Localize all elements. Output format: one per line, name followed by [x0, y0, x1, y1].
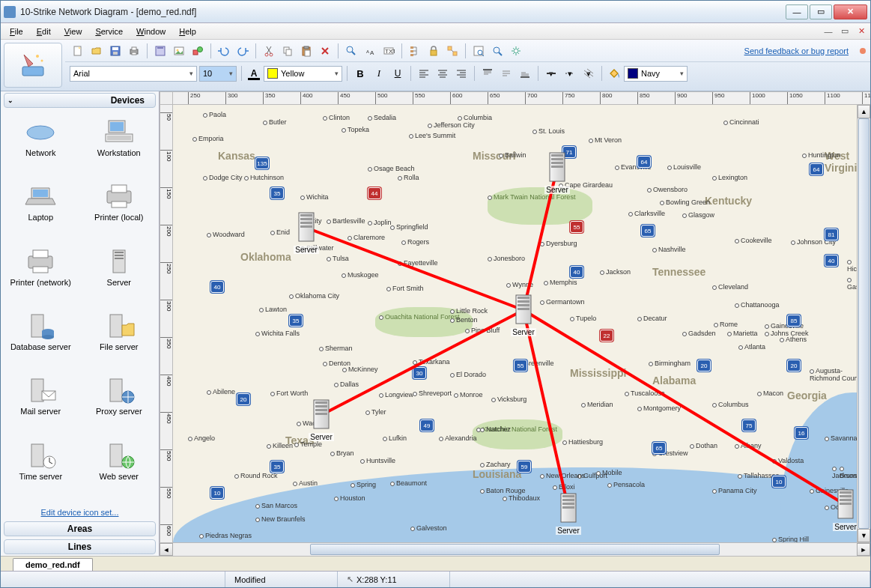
- document-tab[interactable]: demo_red.ndf: [13, 558, 93, 571]
- cut-button[interactable]: [261, 43, 277, 59]
- menu-window[interactable]: Window: [130, 25, 172, 38]
- server-node-4[interactable]: Server: [555, 491, 582, 535]
- line-color-combo[interactable]: Navy: [624, 66, 688, 82]
- open-button[interactable]: [88, 43, 105, 59]
- save-button[interactable]: [107, 43, 124, 59]
- svg-rect-51: [115, 255, 124, 256]
- server-node-0[interactable]: Server: [544, 150, 571, 194]
- line-dash-button[interactable]: ▾: [562, 65, 578, 82]
- valign-top-button[interactable]: [479, 65, 496, 82]
- lock-button[interactable]: [425, 43, 442, 59]
- bold-button[interactable]: B: [352, 65, 368, 82]
- fill-color-combo[interactable]: Yellow: [264, 66, 342, 82]
- device-file-server[interactable]: File server: [81, 308, 158, 371]
- preview-button[interactable]: [470, 43, 487, 59]
- font-combo[interactable]: Arial: [70, 66, 197, 82]
- paste-button[interactable]: [298, 43, 315, 59]
- italic-button[interactable]: I: [371, 65, 387, 82]
- zoom-button[interactable]: [489, 43, 506, 59]
- wizard-button[interactable]: [4, 43, 62, 88]
- device-printer-local-[interactable]: Printer (local): [81, 178, 158, 241]
- svg-rect-20: [304, 46, 309, 49]
- scroll-up-arrow[interactable]: ▲: [858, 105, 870, 118]
- mdi-minimize-button[interactable]: [822, 26, 834, 37]
- device-proxy-server[interactable]: Proxy server: [81, 372, 158, 435]
- bucket-color-button[interactable]: [607, 66, 622, 81]
- vertical-scrollbar[interactable]: ▲ ▼: [857, 105, 870, 542]
- svg-rect-13: [193, 50, 198, 55]
- server-node-3[interactable]: Server: [308, 397, 335, 441]
- font-name-value: Arial: [73, 69, 90, 78]
- server-node-2[interactable]: Server: [510, 292, 537, 336]
- align-center-button[interactable]: [434, 65, 451, 82]
- svg-rect-0: [22, 67, 43, 76]
- device-database-server[interactable]: Database server: [2, 308, 79, 371]
- diagram-canvas[interactable]: Mark Twain National ForestOuachita Natio…: [173, 105, 870, 542]
- font-size-value: 10: [203, 69, 212, 78]
- new-button[interactable]: [70, 43, 86, 59]
- mdi-restore-button[interactable]: [839, 26, 851, 37]
- menu-file[interactable]: File: [4, 25, 29, 38]
- horizontal-scrollbar[interactable]: ◄ ►: [160, 542, 870, 556]
- server-node-5[interactable]: Server: [832, 487, 859, 531]
- device-laptop[interactable]: Laptop: [2, 178, 79, 241]
- areas-panel-header[interactable]: Areas: [4, 521, 156, 536]
- toolbars: AA TXT Send feedback or bug report Arial…: [1, 40, 870, 91]
- line-solid-button[interactable]: ▾: [543, 65, 559, 82]
- status-cell-1: [1, 572, 225, 587]
- copy-button[interactable]: [279, 43, 296, 59]
- menu-service[interactable]: Service: [89, 25, 129, 38]
- scroll-right-arrow[interactable]: ►: [857, 543, 870, 556]
- maximize-button[interactable]: [810, 4, 832, 19]
- device-label: Printer (local): [94, 213, 143, 222]
- svg-rect-98: [840, 495, 852, 497]
- mdi-close-button[interactable]: [855, 26, 867, 37]
- print-button[interactable]: [126, 43, 142, 59]
- undo-button[interactable]: [216, 43, 232, 59]
- minimize-button[interactable]: [786, 4, 808, 19]
- device-workstation[interactable]: Workstation: [81, 114, 158, 177]
- device-network[interactable]: Network: [2, 114, 79, 177]
- align-right-button[interactable]: [453, 65, 470, 82]
- lines-panel-header[interactable]: Lines: [4, 539, 156, 554]
- valign-middle-button[interactable]: [498, 65, 515, 82]
- server-node-1[interactable]: Server: [293, 210, 320, 254]
- scroll-left-arrow[interactable]: ◄: [160, 543, 173, 556]
- tree-button[interactable]: [407, 43, 423, 59]
- align-left-button[interactable]: [416, 65, 432, 82]
- pattern-button[interactable]: ▾: [580, 65, 597, 82]
- valign-bottom-button[interactable]: [517, 65, 533, 82]
- text-box-button[interactable]: TXT: [380, 43, 397, 59]
- menu-edit[interactable]: Edit: [31, 25, 57, 38]
- scroll-down-arrow[interactable]: ▼: [858, 529, 870, 542]
- delete-button[interactable]: [317, 43, 333, 59]
- vscroll-thumb[interactable]: [858, 118, 870, 529]
- find-button[interactable]: [343, 43, 359, 59]
- hscroll-thumb[interactable]: [310, 544, 720, 555]
- device-printer-network-[interactable]: Printer (network): [2, 243, 79, 306]
- areas-panel-title: Areas: [67, 524, 92, 534]
- underline-button[interactable]: U: [389, 65, 406, 82]
- group-button[interactable]: [444, 43, 461, 59]
- insert-image-button[interactable]: [171, 43, 187, 59]
- device-server[interactable]: Server: [81, 243, 158, 306]
- export-image-button[interactable]: [152, 43, 169, 59]
- redo-button[interactable]: [234, 43, 251, 59]
- server-label: Server: [309, 433, 333, 441]
- svg-rect-42: [33, 190, 48, 197]
- svg-rect-32: [453, 52, 457, 55]
- devices-panel-header[interactable]: ⌄Devices: [4, 93, 156, 108]
- close-button[interactable]: [834, 4, 867, 19]
- menu-view[interactable]: View: [58, 25, 88, 38]
- font-size-combo[interactable]: 10: [199, 66, 237, 82]
- font-color-button[interactable]: A: [246, 66, 261, 81]
- settings-button[interactable]: [508, 43, 524, 59]
- menu-help[interactable]: Help: [173, 25, 202, 38]
- device-time-server[interactable]: Time server: [2, 437, 79, 500]
- text-tool-button[interactable]: AA: [362, 43, 378, 59]
- edit-icon-set-link[interactable]: Edit device icon set...: [1, 505, 159, 520]
- device-mail-server[interactable]: Mail server: [2, 372, 79, 435]
- device-web-sever[interactable]: Web sever: [81, 437, 158, 500]
- shapes-button[interactable]: [189, 43, 206, 59]
- feedback-link[interactable]: Send feedback or bug report: [744, 46, 855, 55]
